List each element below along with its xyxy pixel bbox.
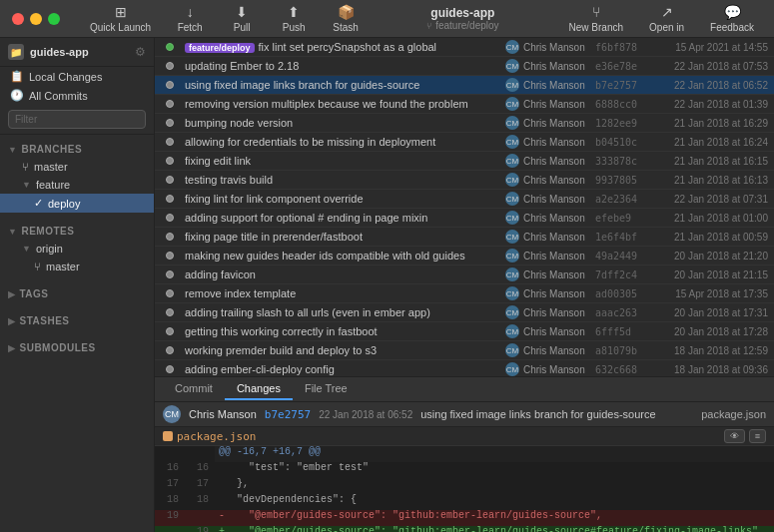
line-num-new: 16 xyxy=(185,462,215,478)
commit-message: getting this working correctly in fastbo… xyxy=(179,325,505,337)
remotes-section: ▼ REMOTES ▼ origin ⑂ master xyxy=(0,217,154,279)
origin-expand-icon: ▼ xyxy=(22,244,31,254)
commit-date: 21 Jan 2018 at 16:13 xyxy=(653,175,768,186)
commit-row[interactable]: making new guides header ids compatible … xyxy=(155,247,774,266)
commit-hash: f6bf878 xyxy=(595,42,653,53)
diff-author-name: Chris Manson xyxy=(189,408,257,420)
sidebar-settings-icon[interactable]: ⚙ xyxy=(135,45,146,59)
quick-launch-button[interactable]: ⊞ Quick Launch xyxy=(78,0,163,37)
commit-dot xyxy=(166,81,174,89)
commit-row[interactable]: adding trailing slash to all urls (even … xyxy=(155,303,774,322)
feedback-button[interactable]: 💬 Feedback xyxy=(698,0,766,37)
commit-row[interactable]: updating Ember to 2.18 CM Chris Manson e… xyxy=(155,57,774,76)
commit-author: CM Chris Manson xyxy=(505,324,595,338)
graph-line xyxy=(161,43,179,51)
diff-lines-button[interactable]: ≡ xyxy=(749,429,766,443)
commit-message: bumping node version xyxy=(179,117,505,129)
commit-list[interactable]: feature/deployfix lint set percySnapshot… xyxy=(155,38,774,376)
tab-changes[interactable]: Changes xyxy=(225,378,293,400)
graph-line xyxy=(161,100,179,108)
submodules-header[interactable]: ▶ SUBMODULES xyxy=(0,337,154,356)
pull-button[interactable]: ⬇ Pull xyxy=(217,0,267,37)
open-in-button[interactable]: ↗ Open in xyxy=(637,0,696,37)
commit-row[interactable]: getting this working correctly in fastbo… xyxy=(155,322,774,341)
stash-icon: 📦 xyxy=(338,4,355,20)
commit-row[interactable]: fixing lint for link component override … xyxy=(155,190,774,209)
diff-commit-msg: using fixed image links branch for guide… xyxy=(420,408,693,420)
sidebar-remote-origin[interactable]: ▼ origin xyxy=(0,240,154,258)
commit-dot xyxy=(166,365,174,373)
stash-button[interactable]: 📦 Stash xyxy=(321,0,371,37)
diff-commit-hash[interactable]: b7e2757 xyxy=(265,408,311,421)
sidebar-branch-feature[interactable]: ▼ feature xyxy=(0,176,154,194)
sidebar-remote-origin-master[interactable]: ⑂ master xyxy=(0,258,154,275)
commit-author: CM Chris Manson xyxy=(505,154,595,168)
commit-date: 22 Jan 2018 at 07:31 xyxy=(653,194,768,205)
commit-date: 21 Jan 2018 at 16:24 xyxy=(653,137,768,148)
commit-row[interactable]: working premder build and deploy to s3 C… xyxy=(155,341,774,360)
commit-message: allowing for credentials to be missing i… xyxy=(179,136,505,148)
commit-date: 15 Apr 2018 at 17:35 xyxy=(653,288,768,299)
commit-row[interactable]: feature/deployfix lint set percySnapshot… xyxy=(155,38,774,57)
commit-message: fixing page title in prerender/fastboot xyxy=(179,231,505,243)
commit-author-avatar: CM xyxy=(505,343,519,357)
line-num-old: 17 xyxy=(155,478,185,494)
graph-line xyxy=(161,289,179,297)
commit-author-avatar: CM xyxy=(505,324,519,338)
graph-line xyxy=(161,308,179,316)
diff-commit-date: 22 Jan 2018 at 06:52 xyxy=(319,409,412,420)
commit-author: CM Chris Manson xyxy=(505,343,595,357)
sidebar-branch-deploy[interactable]: ✓ deploy xyxy=(0,194,154,213)
branches-header[interactable]: ▼ BRANCHES xyxy=(0,139,154,158)
commit-row[interactable]: allowing for credentials to be missing i… xyxy=(155,133,774,152)
stashes-header[interactable]: ▶ STASHES xyxy=(0,310,154,329)
commit-row[interactable]: adding ember-cli-deploy config CM Chris … xyxy=(155,360,774,376)
commit-message: making new guides header ids compatible … xyxy=(179,250,505,262)
commit-row[interactable]: adding favicon CM Chris Manson 7dff2c4 2… xyxy=(155,266,774,284)
commit-dot xyxy=(166,346,174,354)
commit-hash: a81079b xyxy=(595,345,653,356)
commit-row[interactable]: removing version multiplex because we fo… xyxy=(155,95,774,114)
diff-eye-button[interactable]: 👁 xyxy=(724,429,745,443)
commit-row[interactable]: using fixed image links branch for guide… xyxy=(155,76,774,95)
commit-row[interactable]: testing travis build CM Chris Manson 993… xyxy=(155,171,774,190)
sidebar-item-all-commits[interactable]: 🕐 All Commits xyxy=(0,86,154,105)
sidebar-item-local-changes[interactable]: 📋 Local Changes xyxy=(0,67,154,86)
line-num-new xyxy=(185,446,215,462)
commit-row[interactable]: fixing page title in prerender/fastboot … xyxy=(155,228,774,247)
tab-file-tree[interactable]: File Tree xyxy=(293,378,360,400)
line-content: "test": "ember test" xyxy=(215,462,774,478)
graph-line xyxy=(161,346,179,354)
commit-row[interactable]: remove index template CM Chris Manson ad… xyxy=(155,284,774,303)
commit-dot xyxy=(166,176,174,184)
close-button[interactable] xyxy=(12,13,24,25)
diff-actions: 👁 ≡ xyxy=(724,429,766,443)
branch-title: ⑂ feature/deploy xyxy=(426,20,498,31)
commit-row[interactable]: adding support for optional # ending in … xyxy=(155,209,774,228)
commit-author: CM Chris Manson xyxy=(505,59,595,73)
commit-row[interactable]: bumping node version CM Chris Manson 128… xyxy=(155,114,774,133)
tags-header[interactable]: ▶ TAGS xyxy=(0,283,154,302)
diff-line-removed: 19 - "@ember/guides-source": "github:emb… xyxy=(155,510,774,526)
submodules-expand-icon: ▶ xyxy=(8,343,16,353)
push-button[interactable]: ⬆ Push xyxy=(269,0,319,37)
branch-icon-master: ⑂ xyxy=(22,161,29,173)
pull-icon: ⬇ xyxy=(236,4,248,20)
filter-input[interactable] xyxy=(8,110,146,129)
tab-commit[interactable]: Commit xyxy=(163,378,225,400)
commit-author-avatar: CM xyxy=(505,59,519,73)
minimize-button[interactable] xyxy=(30,13,42,25)
commit-date: 21 Jan 2018 at 00:59 xyxy=(653,232,768,243)
remotes-header[interactable]: ▼ REMOTES xyxy=(0,221,154,240)
maximize-button[interactable] xyxy=(48,13,60,25)
line-num-new: 17 xyxy=(185,478,215,494)
submodules-section: ▶ SUBMODULES xyxy=(0,333,154,360)
sidebar-branch-master[interactable]: ⑂ master xyxy=(0,158,154,176)
commit-author: CM Chris Manson xyxy=(505,78,595,92)
fetch-button[interactable]: ↓ Fetch xyxy=(165,0,215,37)
commit-row[interactable]: fixing edit link CM Chris Manson 333878c… xyxy=(155,152,774,171)
commit-hash: 6fff5d xyxy=(595,326,653,337)
commit-hash: aaac263 xyxy=(595,307,653,318)
repo-icon: 📁 xyxy=(8,44,24,60)
new-branch-button[interactable]: ⑂ New Branch xyxy=(557,0,635,37)
